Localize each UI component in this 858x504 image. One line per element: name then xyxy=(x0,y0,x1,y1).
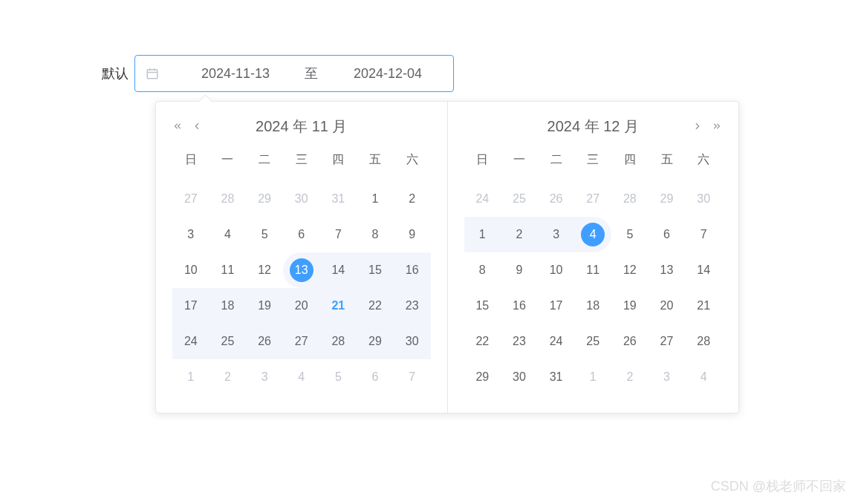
day-cell[interactable]: 4 xyxy=(574,217,611,252)
day-cell[interactable]: 29 xyxy=(357,324,394,359)
day-cell[interactable]: 30 xyxy=(501,359,538,395)
day-cell[interactable]: 1 xyxy=(464,217,501,252)
weekday-header: 五 xyxy=(357,146,394,181)
weekday-header: 三 xyxy=(574,146,611,181)
day-cell[interactable]: 27 xyxy=(283,324,320,359)
weekday-header: 四 xyxy=(611,146,649,181)
day-cell[interactable]: 8 xyxy=(464,252,501,288)
day-cell[interactable]: 15 xyxy=(464,288,501,324)
day-cell[interactable]: 2 xyxy=(394,181,431,217)
day-cell[interactable]: 22 xyxy=(357,288,394,324)
prev-year-button[interactable] xyxy=(172,121,183,131)
day-cell[interactable]: 27 xyxy=(574,181,611,217)
day-cell[interactable]: 2 xyxy=(611,359,649,395)
date-range-input[interactable]: 2024-11-13 至 2024-12-04 xyxy=(134,55,454,92)
day-cell[interactable]: 2 xyxy=(209,359,247,395)
day-cell[interactable]: 8 xyxy=(357,217,394,252)
day-cell[interactable]: 21 xyxy=(320,288,357,324)
day-cell[interactable]: 10 xyxy=(172,252,209,288)
day-cell[interactable]: 24 xyxy=(538,324,575,359)
day-cell[interactable]: 12 xyxy=(611,252,649,288)
day-cell[interactable]: 20 xyxy=(649,288,686,324)
right-calendar-panel: 2024 年 12 月日一二三四五六2425262728293012345678… xyxy=(447,102,739,413)
day-cell[interactable]: 28 xyxy=(685,324,722,359)
day-cell[interactable]: 30 xyxy=(685,181,722,217)
prev-month-button[interactable] xyxy=(192,121,202,131)
day-cell[interactable]: 23 xyxy=(501,324,538,359)
day-cell[interactable]: 24 xyxy=(172,324,209,359)
left-calendar-panel: 2024 年 11 月日一二三四五六2728293031123456789101… xyxy=(156,102,447,413)
day-cell[interactable]: 6 xyxy=(649,217,686,252)
day-cell[interactable]: 2 xyxy=(501,217,538,252)
day-cell[interactable]: 26 xyxy=(246,324,283,359)
day-cell[interactable]: 4 xyxy=(209,217,247,252)
day-cell[interactable]: 16 xyxy=(501,288,538,324)
day-cell[interactable]: 14 xyxy=(685,252,722,288)
day-cell[interactable]: 6 xyxy=(357,359,394,395)
panel-title: 2024 年 12 月 xyxy=(547,117,639,137)
day-cell[interactable]: 3 xyxy=(649,359,686,395)
next-year-button[interactable] xyxy=(712,121,722,131)
day-cell[interactable]: 7 xyxy=(394,359,431,395)
day-cell[interactable]: 31 xyxy=(538,359,575,395)
next-month-button[interactable] xyxy=(692,121,703,131)
day-cell[interactable]: 3 xyxy=(172,217,209,252)
end-date-value[interactable]: 2024-12-04 xyxy=(332,66,443,82)
day-cell[interactable]: 23 xyxy=(394,288,431,324)
day-cell[interactable]: 6 xyxy=(283,217,320,252)
day-cell[interactable]: 12 xyxy=(246,252,283,288)
field-label: 默认 xyxy=(102,65,129,82)
day-cell[interactable]: 3 xyxy=(538,217,575,252)
day-cell[interactable]: 19 xyxy=(246,288,283,324)
day-cell[interactable]: 22 xyxy=(464,324,501,359)
day-cell[interactable]: 15 xyxy=(357,252,394,288)
day-cell[interactable]: 25 xyxy=(574,324,611,359)
day-cell[interactable]: 25 xyxy=(209,324,247,359)
day-cell[interactable]: 1 xyxy=(172,359,209,395)
day-cell[interactable]: 5 xyxy=(246,217,283,252)
day-cell[interactable]: 5 xyxy=(611,217,649,252)
day-cell[interactable]: 3 xyxy=(246,359,283,395)
start-date-value[interactable]: 2024-11-13 xyxy=(180,66,290,82)
day-cell[interactable]: 24 xyxy=(464,181,501,217)
day-cell[interactable]: 9 xyxy=(501,252,538,288)
day-cell[interactable]: 28 xyxy=(611,181,649,217)
day-cell[interactable]: 18 xyxy=(209,288,247,324)
day-cell[interactable]: 14 xyxy=(320,252,357,288)
day-cell[interactable]: 28 xyxy=(320,324,357,359)
day-cell[interactable]: 13 xyxy=(283,252,320,288)
day-cell[interactable]: 27 xyxy=(172,181,209,217)
day-cell[interactable]: 4 xyxy=(685,359,722,395)
day-cell[interactable]: 27 xyxy=(649,324,686,359)
day-cell[interactable]: 16 xyxy=(394,252,431,288)
day-cell[interactable]: 26 xyxy=(611,324,649,359)
day-cell[interactable]: 26 xyxy=(538,181,575,217)
day-cell[interactable]: 21 xyxy=(685,288,722,324)
day-cell[interactable]: 4 xyxy=(283,359,320,395)
day-cell[interactable]: 29 xyxy=(246,181,283,217)
day-cell[interactable]: 31 xyxy=(320,181,357,217)
day-cell[interactable]: 25 xyxy=(501,181,538,217)
day-cell[interactable]: 13 xyxy=(649,252,686,288)
weekday-header: 一 xyxy=(501,146,538,181)
day-cell[interactable]: 19 xyxy=(611,288,649,324)
day-cell[interactable]: 1 xyxy=(574,359,611,395)
day-cell[interactable]: 17 xyxy=(538,288,575,324)
day-cell[interactable]: 5 xyxy=(320,359,357,395)
day-cell[interactable]: 7 xyxy=(685,217,722,252)
day-cell[interactable]: 7 xyxy=(320,217,357,252)
day-cell[interactable]: 29 xyxy=(649,181,686,217)
svg-rect-0 xyxy=(148,70,158,79)
day-cell[interactable]: 28 xyxy=(209,181,247,217)
day-cell[interactable]: 11 xyxy=(574,252,611,288)
day-cell[interactable]: 10 xyxy=(538,252,575,288)
day-cell[interactable]: 18 xyxy=(574,288,611,324)
day-cell[interactable]: 11 xyxy=(209,252,247,288)
day-cell[interactable]: 30 xyxy=(394,324,431,359)
day-cell[interactable]: 1 xyxy=(357,181,394,217)
day-cell[interactable]: 9 xyxy=(394,217,431,252)
day-cell[interactable]: 20 xyxy=(283,288,320,324)
day-cell[interactable]: 30 xyxy=(283,181,320,217)
day-cell[interactable]: 29 xyxy=(464,359,501,395)
day-cell[interactable]: 17 xyxy=(172,288,209,324)
